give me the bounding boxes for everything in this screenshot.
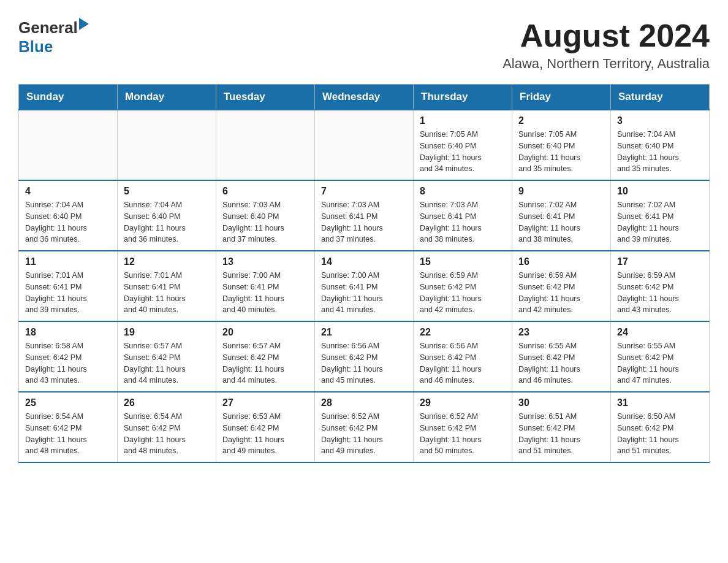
day-info: Sunrise: 6:50 AM Sunset: 6:42 PM Dayligh… xyxy=(617,411,703,457)
weekday-header-tuesday: Tuesday xyxy=(216,85,315,110)
weekday-header-thursday: Thursday xyxy=(414,85,512,110)
day-info: Sunrise: 7:00 AM Sunset: 6:41 PM Dayligh… xyxy=(321,270,407,316)
calendar-cell: 8Sunrise: 7:03 AM Sunset: 6:41 PM Daylig… xyxy=(414,180,512,251)
calendar-cell: 10Sunrise: 7:02 AM Sunset: 6:41 PM Dayli… xyxy=(611,180,710,251)
logo-arrow-icon xyxy=(79,18,89,30)
day-info: Sunrise: 7:03 AM Sunset: 6:41 PM Dayligh… xyxy=(321,199,407,245)
day-number: 18 xyxy=(25,327,111,338)
day-info: Sunrise: 7:01 AM Sunset: 6:41 PM Dayligh… xyxy=(124,270,210,316)
day-info: Sunrise: 7:03 AM Sunset: 6:40 PM Dayligh… xyxy=(222,199,308,245)
calendar-week-row: 4Sunrise: 7:04 AM Sunset: 6:40 PM Daylig… xyxy=(19,180,710,251)
day-number: 4 xyxy=(25,186,111,197)
day-number: 14 xyxy=(321,256,407,267)
day-info: Sunrise: 7:05 AM Sunset: 6:40 PM Dayligh… xyxy=(518,129,604,175)
day-number: 16 xyxy=(518,256,604,267)
day-number: 19 xyxy=(124,327,210,338)
calendar-table: SundayMondayTuesdayWednesdayThursdayFrid… xyxy=(18,84,710,463)
calendar-cell: 12Sunrise: 7:01 AM Sunset: 6:41 PM Dayli… xyxy=(118,251,216,321)
calendar-cell xyxy=(216,110,315,180)
day-info: Sunrise: 6:53 AM Sunset: 6:42 PM Dayligh… xyxy=(222,411,308,457)
day-number: 13 xyxy=(222,256,308,267)
logo-general-text: General xyxy=(18,18,78,37)
day-info: Sunrise: 7:04 AM Sunset: 6:40 PM Dayligh… xyxy=(25,199,111,245)
day-number: 30 xyxy=(518,397,604,408)
day-info: Sunrise: 6:55 AM Sunset: 6:42 PM Dayligh… xyxy=(518,340,604,386)
calendar-cell: 26Sunrise: 6:54 AM Sunset: 6:42 PM Dayli… xyxy=(118,392,216,462)
calendar-cell: 2Sunrise: 7:05 AM Sunset: 6:40 PM Daylig… xyxy=(512,110,611,180)
calendar-cell xyxy=(315,110,414,180)
calendar-cell: 3Sunrise: 7:04 AM Sunset: 6:40 PM Daylig… xyxy=(611,110,710,180)
calendar-cell: 27Sunrise: 6:53 AM Sunset: 6:42 PM Dayli… xyxy=(216,392,315,462)
day-number: 26 xyxy=(124,397,210,408)
calendar-cell: 25Sunrise: 6:54 AM Sunset: 6:42 PM Dayli… xyxy=(19,392,118,462)
calendar-cell: 30Sunrise: 6:51 AM Sunset: 6:42 PM Dayli… xyxy=(512,392,611,462)
day-info: Sunrise: 6:54 AM Sunset: 6:42 PM Dayligh… xyxy=(25,411,111,457)
calendar-cell: 24Sunrise: 6:55 AM Sunset: 6:42 PM Dayli… xyxy=(611,321,710,392)
day-info: Sunrise: 6:54 AM Sunset: 6:42 PM Dayligh… xyxy=(124,411,210,457)
day-number: 24 xyxy=(617,327,703,338)
day-info: Sunrise: 7:01 AM Sunset: 6:41 PM Dayligh… xyxy=(25,270,111,316)
day-number: 17 xyxy=(617,256,703,267)
calendar-cell: 15Sunrise: 6:59 AM Sunset: 6:42 PM Dayli… xyxy=(414,251,512,321)
day-info: Sunrise: 6:59 AM Sunset: 6:42 PM Dayligh… xyxy=(617,270,703,316)
day-number: 2 xyxy=(518,115,604,126)
calendar-cell: 11Sunrise: 7:01 AM Sunset: 6:41 PM Dayli… xyxy=(19,251,118,321)
day-number: 5 xyxy=(124,186,210,197)
calendar-cell: 5Sunrise: 7:04 AM Sunset: 6:40 PM Daylig… xyxy=(118,180,216,251)
day-info: Sunrise: 7:04 AM Sunset: 6:40 PM Dayligh… xyxy=(124,199,210,245)
weekday-header-sunday: Sunday xyxy=(19,85,118,110)
calendar-cell: 22Sunrise: 6:56 AM Sunset: 6:42 PM Dayli… xyxy=(414,321,512,392)
page-header: General Blue August 2024 Alawa, Northern… xyxy=(18,18,710,72)
day-info: Sunrise: 7:04 AM Sunset: 6:40 PM Dayligh… xyxy=(617,129,703,175)
day-info: Sunrise: 7:00 AM Sunset: 6:41 PM Dayligh… xyxy=(222,270,308,316)
day-number: 22 xyxy=(420,327,506,338)
day-number: 12 xyxy=(124,256,210,267)
day-info: Sunrise: 6:56 AM Sunset: 6:42 PM Dayligh… xyxy=(321,340,407,386)
calendar-cell: 17Sunrise: 6:59 AM Sunset: 6:42 PM Dayli… xyxy=(611,251,710,321)
calendar-cell xyxy=(118,110,216,180)
calendar-cell: 23Sunrise: 6:55 AM Sunset: 6:42 PM Dayli… xyxy=(512,321,611,392)
month-title: August 2024 xyxy=(502,18,710,53)
day-info: Sunrise: 6:51 AM Sunset: 6:42 PM Dayligh… xyxy=(518,411,604,457)
calendar-cell: 7Sunrise: 7:03 AM Sunset: 6:41 PM Daylig… xyxy=(315,180,414,251)
day-number: 11 xyxy=(25,256,111,267)
day-number: 9 xyxy=(518,186,604,197)
day-number: 29 xyxy=(420,397,506,408)
calendar-cell: 28Sunrise: 6:52 AM Sunset: 6:42 PM Dayli… xyxy=(315,392,414,462)
day-number: 27 xyxy=(222,397,308,408)
calendar-cell: 6Sunrise: 7:03 AM Sunset: 6:40 PM Daylig… xyxy=(216,180,315,251)
title-section: August 2024 Alawa, Northern Territory, A… xyxy=(502,18,710,72)
day-info: Sunrise: 7:03 AM Sunset: 6:41 PM Dayligh… xyxy=(420,199,506,245)
calendar-cell: 4Sunrise: 7:04 AM Sunset: 6:40 PM Daylig… xyxy=(19,180,118,251)
calendar-cell xyxy=(19,110,118,180)
day-info: Sunrise: 6:58 AM Sunset: 6:42 PM Dayligh… xyxy=(25,340,111,386)
calendar-week-row: 11Sunrise: 7:01 AM Sunset: 6:41 PM Dayli… xyxy=(19,251,710,321)
day-info: Sunrise: 6:52 AM Sunset: 6:42 PM Dayligh… xyxy=(420,411,506,457)
calendar-cell: 13Sunrise: 7:00 AM Sunset: 6:41 PM Dayli… xyxy=(216,251,315,321)
location-title: Alawa, Northern Territory, Australia xyxy=(502,56,710,72)
day-number: 8 xyxy=(420,186,506,197)
day-number: 6 xyxy=(222,186,308,197)
logo-blue-text: Blue xyxy=(18,37,53,56)
calendar-week-row: 25Sunrise: 6:54 AM Sunset: 6:42 PM Dayli… xyxy=(19,392,710,462)
day-number: 10 xyxy=(617,186,703,197)
day-info: Sunrise: 7:05 AM Sunset: 6:40 PM Dayligh… xyxy=(420,129,506,175)
calendar-cell: 18Sunrise: 6:58 AM Sunset: 6:42 PM Dayli… xyxy=(19,321,118,392)
day-info: Sunrise: 6:57 AM Sunset: 6:42 PM Dayligh… xyxy=(222,340,308,386)
calendar-cell: 9Sunrise: 7:02 AM Sunset: 6:41 PM Daylig… xyxy=(512,180,611,251)
calendar-week-row: 18Sunrise: 6:58 AM Sunset: 6:42 PM Dayli… xyxy=(19,321,710,392)
weekday-header-monday: Monday xyxy=(118,85,216,110)
day-number: 25 xyxy=(25,397,111,408)
day-number: 1 xyxy=(420,115,506,126)
weekday-header-wednesday: Wednesday xyxy=(315,85,414,110)
day-info: Sunrise: 6:56 AM Sunset: 6:42 PM Dayligh… xyxy=(420,340,506,386)
day-info: Sunrise: 6:55 AM Sunset: 6:42 PM Dayligh… xyxy=(617,340,703,386)
day-number: 28 xyxy=(321,397,407,408)
day-number: 3 xyxy=(617,115,703,126)
day-number: 20 xyxy=(222,327,308,338)
day-info: Sunrise: 6:57 AM Sunset: 6:42 PM Dayligh… xyxy=(124,340,210,386)
day-info: Sunrise: 6:52 AM Sunset: 6:42 PM Dayligh… xyxy=(321,411,407,457)
calendar-cell: 14Sunrise: 7:00 AM Sunset: 6:41 PM Dayli… xyxy=(315,251,414,321)
calendar-week-row: 1Sunrise: 7:05 AM Sunset: 6:40 PM Daylig… xyxy=(19,110,710,180)
calendar-cell: 16Sunrise: 6:59 AM Sunset: 6:42 PM Dayli… xyxy=(512,251,611,321)
